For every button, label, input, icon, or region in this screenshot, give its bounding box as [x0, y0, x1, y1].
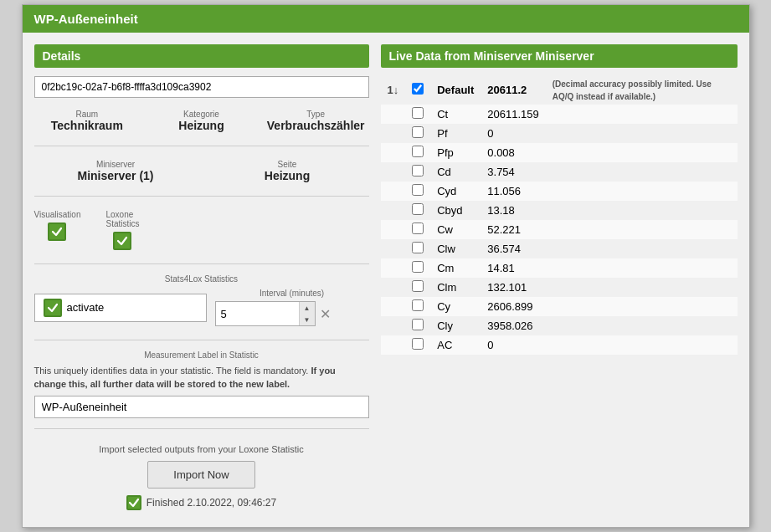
- stats4lox-section: Stats4Lox Statistics activate Interval (…: [34, 274, 369, 330]
- seite-label: Seite: [206, 160, 369, 169]
- row-label: Default: [430, 74, 481, 105]
- finished-text: Finished 2.10.2022, 09:46:27: [146, 497, 276, 509]
- row-checkbox-cell[interactable]: [405, 258, 430, 278]
- row-checkbox[interactable]: [412, 107, 424, 119]
- activate-checkbox[interactable]: [44, 299, 62, 317]
- clear-interval-button[interactable]: ✕: [316, 301, 336, 326]
- row-label: Cw: [430, 220, 481, 239]
- row-checkbox-cell[interactable]: [405, 278, 430, 297]
- row-value: 52.221: [481, 220, 545, 239]
- table-row: Clw 36.574: [381, 239, 738, 258]
- row-value: 2606.899: [481, 297, 545, 316]
- row-extra: [546, 124, 738, 143]
- row-checkbox[interactable]: [412, 203, 424, 215]
- row-checkbox-cell[interactable]: [405, 316, 430, 335]
- interval-input[interactable]: [216, 304, 299, 325]
- row-checkbox-cell[interactable]: [405, 335, 430, 355]
- spinner-down-button[interactable]: ▼: [300, 314, 315, 325]
- row-checkbox[interactable]: [412, 165, 424, 176]
- activate-box: activate: [34, 294, 207, 322]
- row-checkbox-cell[interactable]: [405, 201, 430, 220]
- row-value: 20611.2: [481, 74, 545, 105]
- table-row: Ct 20611.159: [381, 105, 738, 124]
- loxone-stats-checkbox-item: LoxoneStatistics: [105, 210, 139, 250]
- row-label: Clw: [430, 239, 481, 258]
- row-index-cell: [381, 220, 406, 239]
- row-value: 0.008: [481, 143, 545, 162]
- row-checkbox-cell[interactable]: [405, 162, 430, 182]
- row-checkbox-cell[interactable]: [405, 124, 430, 143]
- accuracy-note: (Decimal accuracy possibly limited. Use …: [546, 74, 738, 105]
- row-checkbox[interactable]: [412, 223, 424, 234]
- row-pin-cell: 1↓: [381, 74, 406, 105]
- left-panel: Details Raum Technikraum Kategorie Heizu…: [34, 44, 369, 515]
- row-value: 36.574: [481, 239, 545, 258]
- raum-value: Technikraum: [34, 119, 141, 132]
- interval-label: Interval (minutes): [215, 289, 369, 298]
- row-checkbox[interactable]: [412, 338, 424, 350]
- row-checkbox-cell[interactable]: [405, 182, 430, 201]
- row-checkbox-cell[interactable]: [405, 220, 430, 239]
- visualisation-checkbox[interactable]: [48, 223, 66, 241]
- row-checkbox-cell[interactable]: [405, 143, 430, 162]
- row-checkbox[interactable]: [412, 146, 424, 157]
- kategorie-item: Kategorie Heizung: [148, 110, 254, 132]
- row-extra: [546, 316, 738, 335]
- row-checkbox[interactable]: [412, 319, 424, 330]
- loxone-stats-checkbox[interactable]: [113, 232, 131, 250]
- row-label: Cd: [430, 162, 481, 182]
- row-extra: [546, 239, 738, 258]
- row-checkbox[interactable]: [412, 126, 424, 138]
- type-item: Type Verbrauchszähler: [263, 110, 369, 132]
- row-checkbox[interactable]: [412, 299, 424, 311]
- row-value: 0: [481, 124, 545, 143]
- row-checkbox-cell[interactable]: [405, 74, 430, 105]
- row-checkbox[interactable]: [412, 83, 424, 95]
- row-index-cell: [381, 162, 406, 182]
- uuid-input[interactable]: [34, 76, 369, 98]
- measurement-input[interactable]: [34, 396, 369, 418]
- row-extra: [546, 278, 738, 297]
- table-row: Pf 0: [381, 124, 738, 143]
- row-label: AC: [430, 335, 481, 355]
- row-extra: [546, 182, 738, 201]
- checkboxes-row: Visualisation LoxoneStatistics: [34, 207, 369, 253]
- raum-item: Raum Technikraum: [34, 110, 141, 132]
- row-checkbox[interactable]: [412, 184, 424, 196]
- measurement-section: Measurement Label in Statistic This uniq…: [34, 350, 369, 418]
- row-value: 3958.026: [481, 316, 545, 335]
- row-checkbox[interactable]: [412, 242, 424, 253]
- import-desc: Import selected outputs from your Loxone…: [99, 444, 304, 454]
- table-row: Cm 14.81: [381, 258, 738, 278]
- table-row: 1↓ Default 20611.2 (Decimal accuracy pos…: [381, 74, 738, 105]
- miniserver-label: Miniserver: [34, 160, 198, 169]
- visualisation-label: Visualisation: [34, 210, 81, 219]
- row-checkbox-cell[interactable]: [405, 297, 430, 316]
- stats-row: activate Interval (minutes) ▲ ▼: [34, 285, 369, 330]
- row-checkbox-cell[interactable]: [405, 105, 430, 124]
- row-value: 3.754: [481, 162, 545, 182]
- row-value: 20611.159: [481, 105, 545, 124]
- row-index-cell: [381, 143, 406, 162]
- row-checkbox[interactable]: [412, 280, 424, 292]
- spinner-up-button[interactable]: ▲: [300, 302, 315, 314]
- interval-box: ▲ ▼: [215, 301, 316, 326]
- row-label: Cyd: [430, 182, 481, 201]
- seite-item: Seite Heizung: [206, 160, 369, 182]
- row-checkbox[interactable]: [412, 261, 424, 273]
- row-index-cell: [381, 316, 406, 335]
- row-label: Cy: [430, 297, 481, 316]
- spinner: ▲ ▼: [299, 302, 315, 325]
- miniserver-item: Miniserver Miniserver (1): [34, 160, 198, 182]
- table-row: Pfp 0.008: [381, 143, 738, 162]
- table-row: Cbyd 13.18: [381, 201, 738, 220]
- import-now-button[interactable]: Import Now: [147, 461, 254, 489]
- type-label: Type: [263, 110, 369, 119]
- row-value: 14.81: [481, 258, 545, 278]
- kategorie-value: Heizung: [148, 119, 254, 132]
- row-label: Clm: [430, 278, 481, 297]
- table-row: Cd 3.754: [381, 162, 738, 182]
- row-label: Pfp: [430, 143, 481, 162]
- row-index-cell: [381, 297, 406, 316]
- row-checkbox-cell[interactable]: [405, 239, 430, 258]
